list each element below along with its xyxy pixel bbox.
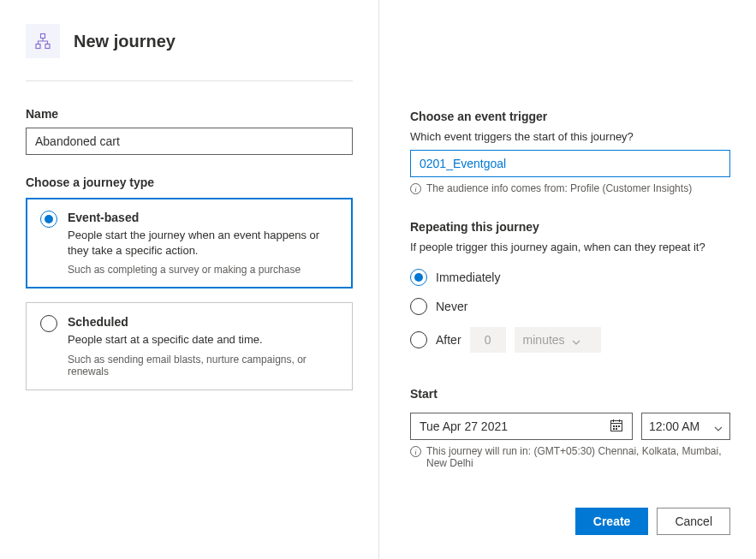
journey-type-event-based[interactable]: Event-based People start the journey whe… [26,198,353,288]
start-date-input[interactable]: Tue Apr 27 2021 [410,413,633,440]
svg-rect-1 [36,45,40,49]
svg-rect-0 [41,34,45,39]
card-desc: People start the journey when an event h… [68,228,338,259]
journey-type-scheduled[interactable]: Scheduled People start at a specific dat… [26,302,353,390]
card-example: Such as sending email blasts, nurture ca… [68,354,338,378]
svg-rect-8 [616,425,617,427]
start-heading: Start [410,387,730,401]
chevron-down-icon [714,422,723,431]
card-title: Event-based [68,211,338,224]
card-title: Scheduled [68,315,338,329]
trigger-heading: Choose an event trigger [410,110,730,123]
info-icon: i [410,183,421,194]
svg-rect-7 [613,425,615,427]
trigger-question: Which event triggers the start of this j… [410,130,730,143]
create-button[interactable]: Create [575,508,649,535]
radio-icon [40,211,57,228]
repeat-heading: Repeating this journey [410,220,730,234]
page-title: New journey [74,32,176,51]
calendar-icon [610,419,623,435]
timezone-info-text: This journey will run in: (GMT+05:30) Ch… [426,445,730,469]
timezone-info-row: i This journey will run in: (GMT+05:30) … [410,445,730,469]
cancel-button[interactable]: Cancel [657,508,730,535]
radio-icon [410,331,427,348]
svg-rect-2 [45,45,50,49]
footer: Create Cancel [410,491,730,535]
name-label: Name [26,107,353,121]
start-date-value: Tue Apr 27 2021 [420,419,508,433]
after-number-input [470,327,506,353]
info-icon: i [410,446,421,457]
card-desc: People start at a specific date and time… [68,332,338,348]
audience-info-row: i The audience info comes from: Profile … [410,182,730,194]
event-trigger-input[interactable] [410,150,730,177]
chevron-down-icon [572,336,580,344]
repeat-options: Immediately Never After minutes [410,269,730,365]
left-panel: New journey Name Choose a journey type E… [0,0,378,559]
start-time-value: 12:00 AM [649,419,699,433]
radio-icon [410,298,427,315]
radio-icon [40,315,57,332]
journey-type-heading: Choose a journey type [26,175,353,189]
start-row: Tue Apr 27 2021 12:00 AM [410,413,730,440]
repeat-option-never[interactable]: Never [410,298,730,315]
svg-rect-9 [618,425,620,427]
svg-rect-11 [616,428,617,430]
repeat-option-immediately[interactable]: Immediately [410,269,730,286]
repeat-label: After [436,333,461,347]
repeat-question: If people trigger this journey again, wh… [410,241,730,253]
svg-rect-10 [613,428,615,430]
header: New journey [26,24,353,58]
radio-icon [410,269,427,286]
repeat-label: Immediately [436,271,500,284]
after-unit-select: minutes [515,327,601,353]
right-panel: Choose an event trigger Which event trig… [379,0,756,559]
start-time-input[interactable]: 12:00 AM [641,413,730,440]
divider [26,80,353,81]
name-input[interactable] [26,128,353,155]
journey-icon [26,24,60,58]
repeat-label: Never [436,300,467,313]
audience-info-text: The audience info comes from: Profile (C… [426,182,692,194]
repeat-option-after[interactable]: After minutes [410,327,730,353]
card-example: Such as completing a survey or making a … [68,264,338,276]
